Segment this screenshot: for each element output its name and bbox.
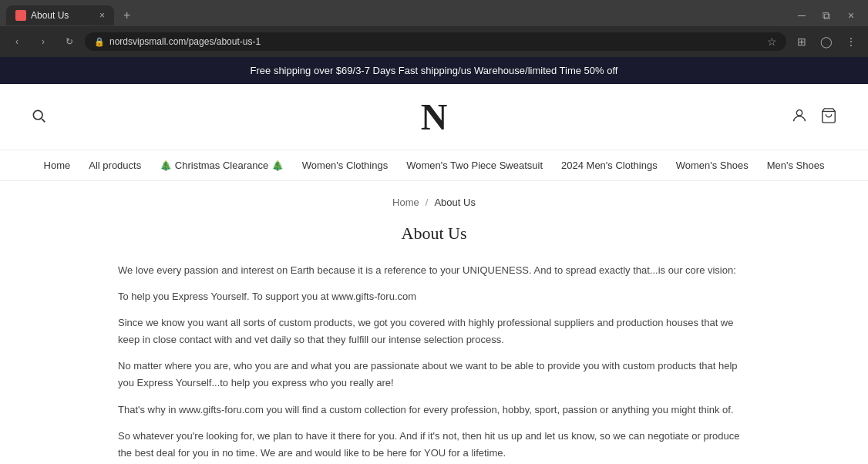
address-bar[interactable]: 🔒 nordsvipsmall.com/pages/about-us-1 ☆ [85, 32, 786, 51]
para-3: Since we know you want all sorts of cust… [118, 314, 750, 348]
browser-action-icons: ⊞ ◯ ⋮ [791, 31, 862, 52]
para-1: We love every passion and interest on Ea… [118, 262, 750, 279]
site-header: N [0, 84, 868, 150]
back-button[interactable]: ‹ [6, 31, 28, 52]
cart-icon [820, 107, 837, 124]
nav-womens-sweatsuit[interactable]: Women's Two Piece Sweatsuit [406, 160, 543, 171]
refresh-button[interactable]: ↻ [59, 31, 80, 52]
nav-womens-clothings[interactable]: Women's Clothings [302, 160, 388, 171]
site-logo[interactable]: N [421, 96, 448, 138]
nav-womens-shoes[interactable]: Women's Shoes [676, 160, 749, 171]
svg-line-1 [42, 119, 45, 122]
browser-chrome: About Us × + ─ ⧉ × ‹ › ↻ 🔒 nordsvipsmall… [0, 0, 868, 57]
close-tab-button[interactable]: × [99, 10, 105, 21]
extensions-button[interactable]: ⊞ [791, 31, 812, 52]
account-icon [791, 107, 808, 124]
nav-all-products[interactable]: All products [89, 160, 141, 171]
page-content: About Us We love every passion and inter… [87, 216, 781, 464]
announcement-bar: Free shipping over $69/3-7 Days Fast shi… [0, 57, 868, 84]
main-navigation: Home All products 🎄 Christmas Clearance … [0, 150, 868, 181]
star-icon[interactable]: ☆ [767, 35, 777, 48]
close-window-button[interactable]: × [840, 5, 862, 26]
nav-mens-clothings[interactable]: 2024 Men's Clothings [561, 160, 658, 171]
tab-title: About Us [31, 10, 95, 21]
breadcrumb-separator: / [426, 197, 429, 208]
active-tab[interactable]: About Us × [6, 5, 114, 25]
page-title: About Us [118, 224, 750, 244]
para-5: That's why in www.gifts-foru.com you wil… [118, 402, 750, 419]
search-icon [31, 108, 46, 123]
tab-bar: About Us × + ─ ⧉ × [0, 0, 868, 26]
restore-button[interactable]: ⧉ [816, 5, 837, 26]
minimize-button[interactable]: ─ [791, 5, 812, 26]
logo-letter: N [421, 96, 448, 137]
website-container: Free shipping over $69/3-7 Days Fast shi… [0, 57, 868, 464]
svg-point-2 [796, 110, 802, 116]
header-icons [791, 107, 837, 126]
search-button[interactable] [31, 108, 46, 126]
para-6: So whatever you're looking for, we plan … [118, 428, 750, 462]
announcement-text: Free shipping over $69/3-7 Days Fast shi… [251, 65, 618, 76]
breadcrumb-current: About Us [434, 197, 475, 208]
new-tab-button[interactable]: + [117, 5, 136, 25]
para-4: No matter where you are, who you are and… [118, 358, 750, 392]
forward-button[interactable]: › [32, 31, 54, 52]
account-button[interactable] [791, 107, 808, 126]
menu-button[interactable]: ⋮ [840, 31, 862, 52]
svg-point-0 [33, 110, 42, 119]
nav-mens-shoes[interactable]: Men's Shoes [767, 160, 825, 171]
breadcrumb-home[interactable]: Home [392, 197, 419, 208]
cart-button[interactable] [820, 107, 837, 126]
para-2: To help you Express Yourself. To support… [118, 288, 750, 305]
lock-icon: 🔒 [94, 37, 105, 47]
tab-favicon [15, 10, 26, 21]
browser-toolbar: ‹ › ↻ 🔒 nordsvipsmall.com/pages/about-us… [0, 26, 868, 57]
nav-christmas[interactable]: 🎄 Christmas Clearance 🎄 [160, 160, 284, 171]
breadcrumb: Home / About Us [0, 181, 868, 216]
nav-home[interactable]: Home [44, 160, 71, 171]
profile-button[interactable]: ◯ [816, 31, 837, 52]
address-text: nordsvipsmall.com/pages/about-us-1 [109, 36, 762, 47]
